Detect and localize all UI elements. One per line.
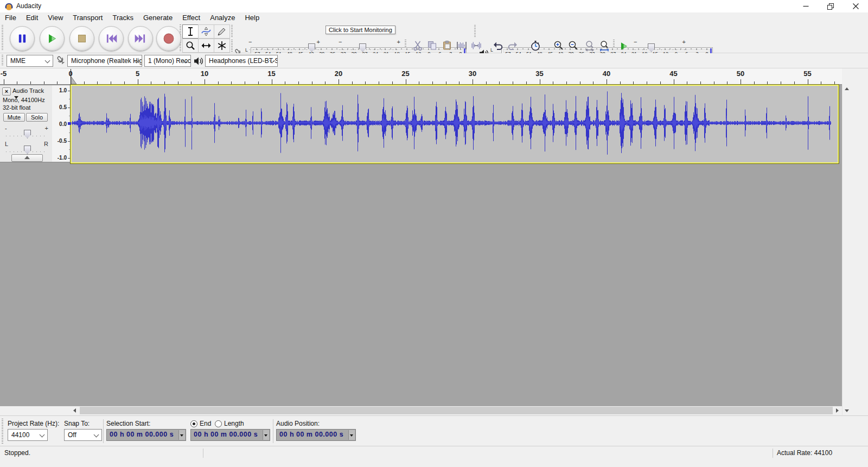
vertical-scrollbar[interactable] <box>842 84 851 415</box>
play-speed-slider-thumb[interactable] <box>648 43 655 52</box>
track-title-menu[interactable]: Audio Track <box>12 87 50 95</box>
stop-button[interactable] <box>69 26 94 51</box>
recording-volume-slider[interactable]: −+ <box>248 40 320 52</box>
menu-analyze[interactable]: Analyze <box>205 12 240 23</box>
time-field-arrow-icon[interactable] <box>348 430 355 440</box>
time-field-arrow-icon[interactable] <box>178 430 185 440</box>
ruler-tick <box>727 81 727 84</box>
recording-device-value: Microphone (Realtek Hig <box>71 57 142 65</box>
record-button[interactable] <box>156 26 181 51</box>
undo-button[interactable] <box>491 39 505 52</box>
pan-slider-thumb[interactable] <box>24 146 31 154</box>
pause-button[interactable] <box>10 26 35 51</box>
zoom-out-icon <box>567 40 579 52</box>
ruler-tick <box>794 81 795 84</box>
audio-host-value: MME <box>10 57 25 65</box>
silence-audio-button[interactable] <box>469 39 483 52</box>
ruler-label: 15 <box>267 70 275 78</box>
multi-tool-button[interactable] <box>214 39 230 53</box>
solo-button[interactable]: Solo <box>26 113 48 122</box>
ruler-tick <box>674 79 674 84</box>
playback-volume-slider[interactable]: −+ <box>339 40 400 52</box>
play-speed-slider[interactable]: −+ <box>634 40 686 52</box>
scroll-left-button[interactable] <box>71 406 80 415</box>
copy-button[interactable] <box>425 39 439 52</box>
toolbar-grip[interactable] <box>231 40 233 52</box>
meter-tick <box>580 48 581 50</box>
toolbar-grip[interactable] <box>474 25 476 37</box>
timeline-ruler[interactable]: -50510152025303540455055 <box>0 68 842 85</box>
track-format-line1: Mono, 44100Hz <box>3 97 45 103</box>
play-at-speed-button[interactable] <box>617 40 630 53</box>
menu-file[interactable]: File <box>0 12 21 23</box>
gain-slider-thumb[interactable] <box>24 130 31 138</box>
selection-end-field[interactable]: 00 h 00 m 00.000 s <box>190 429 270 441</box>
redo-button[interactable] <box>506 39 520 52</box>
waveform-canvas[interactable] <box>72 86 835 160</box>
scroll-up-button[interactable] <box>843 85 851 93</box>
zoom-in-button[interactable] <box>552 39 566 52</box>
track-close-button[interactable]: × <box>2 87 11 96</box>
draw-tool-button[interactable] <box>214 24 230 39</box>
menu-effect[interactable]: Effect <box>177 12 205 23</box>
zoom-selection-button[interactable] <box>583 39 597 52</box>
timeshift-tool-button[interactable] <box>198 39 214 53</box>
selection-tool-button[interactable] <box>182 24 199 39</box>
meter-tick <box>612 48 612 50</box>
pan-slider[interactable]: LR <box>5 142 48 154</box>
audio-track-clip[interactable] <box>71 85 839 163</box>
recording-volume-slider-thumb[interactable] <box>308 43 315 52</box>
minimize-button[interactable] <box>793 0 818 12</box>
menu-tracks[interactable]: Tracks <box>107 12 138 23</box>
scroll-right-button[interactable] <box>833 406 842 415</box>
audio-host-select[interactable]: MME <box>7 55 53 67</box>
envelope-tool-button[interactable] <box>198 24 214 39</box>
recording-device-select[interactable]: Microphone (Realtek Hig <box>67 55 142 67</box>
hscroll-thumb[interactable] <box>80 407 833 414</box>
ruler-tick <box>205 79 205 84</box>
meter-tick <box>523 48 524 49</box>
end-radio[interactable]: End <box>190 420 211 427</box>
menu-view[interactable]: View <box>43 12 68 23</box>
recording-channels-select[interactable]: 1 (Mono) Recc <box>144 55 191 67</box>
horizontal-scrollbar[interactable] <box>0 406 842 415</box>
skip-to-start-button[interactable] <box>99 26 124 51</box>
gain-slider[interactable]: -+ <box>5 127 48 138</box>
vruler-label: 0.5 <box>59 104 67 110</box>
length-radio-icon[interactable] <box>215 420 222 427</box>
trim-audio-button[interactable] <box>455 39 469 52</box>
playback-device-select[interactable]: Headphones (LED-BT-Sp <box>205 55 278 67</box>
zoom-out-button[interactable] <box>566 39 580 52</box>
playback-volume-slider-thumb[interactable] <box>359 43 366 52</box>
time-field-arrow-icon[interactable] <box>263 430 269 440</box>
audio-position-field[interactable]: 00 h 00 m 00.000 s <box>276 429 356 441</box>
restore-button[interactable] <box>818 0 843 12</box>
ruler-tick <box>700 81 701 84</box>
menu-edit[interactable]: Edit <box>21 12 43 23</box>
track-collapse-button[interactable] <box>11 154 43 162</box>
menu-transport[interactable]: Transport <box>68 12 107 23</box>
scroll-down-button[interactable] <box>843 406 851 415</box>
meter-tick <box>326 48 327 49</box>
toolbar-grip[interactable] <box>2 25 3 51</box>
pause-icon <box>15 31 29 46</box>
silence-audio-icon <box>470 40 482 52</box>
play-button[interactable] <box>40 26 65 51</box>
timer-button[interactable] <box>528 39 542 52</box>
zoom-tool-button[interactable] <box>182 39 199 53</box>
paste-button[interactable] <box>440 39 454 52</box>
cut-button[interactable] <box>411 39 425 52</box>
project-rate-select[interactable]: 44100 <box>8 429 48 441</box>
menu-help[interactable]: Help <box>240 12 264 23</box>
selection-start-field[interactable]: 00 h 00 m 00.000 s <box>106 429 186 441</box>
zoom-fit-button[interactable] <box>597 39 611 52</box>
toolbar-grip[interactable] <box>231 25 233 37</box>
mute-button[interactable]: Mute <box>3 113 25 122</box>
close-button[interactable] <box>843 0 868 12</box>
end-radio-icon[interactable] <box>190 420 197 427</box>
menu-generate[interactable]: Generate <box>138 12 177 23</box>
skip-to-start-icon <box>104 31 118 46</box>
skip-to-end-button[interactable] <box>128 26 153 51</box>
length-radio[interactable]: Length <box>215 420 244 427</box>
snap-to-select[interactable]: Off <box>64 429 102 441</box>
